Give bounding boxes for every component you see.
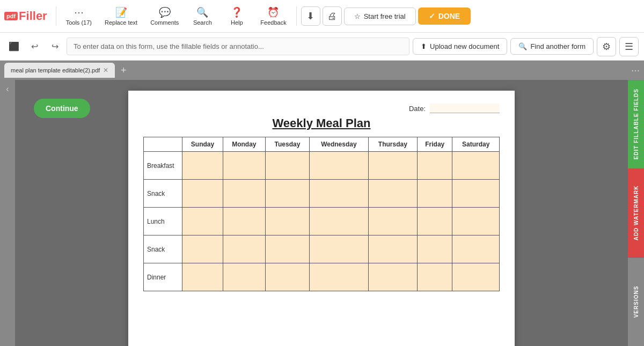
comments-icon: 💬 bbox=[159, 6, 171, 18]
more-tabs-button[interactable]: ⋯ bbox=[631, 65, 640, 76]
checkmark-icon: ✓ bbox=[429, 12, 435, 20]
replace-text-label: Replace text bbox=[105, 19, 137, 26]
add-tab-button[interactable]: + bbox=[117, 64, 130, 77]
cell-lunch-mon[interactable] bbox=[223, 208, 265, 235]
download-icon: ⬇ bbox=[306, 10, 314, 22]
cell-snack2-mon[interactable] bbox=[223, 235, 265, 263]
document-area: Continue Date: Weekly Meal Plan Sunday M… bbox=[15, 80, 628, 346]
cell-snack2-tue[interactable] bbox=[265, 235, 309, 263]
replace-text-icon: 📝 bbox=[115, 6, 127, 18]
star-icon: ☆ bbox=[354, 12, 361, 20]
tab-close-icon[interactable]: ✕ bbox=[103, 67, 108, 74]
cell-lunch-wed[interactable] bbox=[310, 208, 368, 235]
date-input[interactable] bbox=[430, 104, 500, 113]
cell-snack1-tue[interactable] bbox=[265, 180, 309, 208]
cell-lunch-thu[interactable] bbox=[368, 208, 417, 235]
tab-label: meal plan template editable(2).pdf bbox=[11, 67, 100, 73]
cell-snack2-wed[interactable] bbox=[310, 235, 368, 263]
find-icon: 🔍 bbox=[518, 42, 527, 50]
cell-lunch-tue[interactable] bbox=[265, 208, 309, 235]
download-button[interactable]: ⬇ bbox=[301, 6, 320, 26]
table-row: Breakfast bbox=[144, 152, 500, 180]
logo-text: Filler bbox=[19, 9, 47, 23]
cell-snack1-fri[interactable] bbox=[418, 180, 452, 208]
col-friday: Friday bbox=[418, 137, 452, 152]
breakfast-label: Breakfast bbox=[144, 152, 182, 180]
sidebar-toggle-button[interactable]: ⬛ bbox=[5, 38, 23, 55]
cell-breakfast-sun[interactable] bbox=[182, 152, 223, 180]
search-label: Search bbox=[193, 19, 212, 26]
add-watermark-tab[interactable]: ADD WATERMARK bbox=[628, 168, 644, 257]
list-icon: ☰ bbox=[625, 41, 633, 53]
undo-icon: ↩ bbox=[31, 41, 38, 51]
cell-dinner-fri[interactable] bbox=[418, 263, 452, 291]
col-monday: Monday bbox=[223, 137, 265, 152]
undo-button[interactable]: ↩ bbox=[26, 38, 43, 55]
replace-text-button[interactable]: 📝 Replace text bbox=[99, 4, 143, 28]
help-button[interactable]: ❓ Help bbox=[221, 4, 253, 28]
cell-breakfast-wed[interactable] bbox=[310, 152, 368, 180]
document-tab[interactable]: meal plan template editable(2).pdf ✕ bbox=[4, 63, 115, 78]
cell-dinner-thu[interactable] bbox=[368, 263, 417, 291]
versions-tab[interactable]: VERSIONS bbox=[628, 257, 644, 346]
cell-dinner-sun[interactable] bbox=[182, 263, 223, 291]
cell-lunch-fri[interactable] bbox=[418, 208, 452, 235]
settings-button[interactable]: ⚙ bbox=[597, 37, 616, 56]
col-tuesday: Tuesday bbox=[265, 137, 309, 152]
start-trial-button[interactable]: ☆ Start free trial bbox=[344, 8, 416, 25]
cell-snack1-sun[interactable] bbox=[182, 180, 223, 208]
tools-label: Tools (17) bbox=[66, 19, 92, 26]
meal-table: Sunday Monday Tuesday Wednesday Thursday… bbox=[143, 137, 500, 291]
cell-lunch-sun[interactable] bbox=[182, 208, 223, 235]
left-strip: ‹ bbox=[0, 80, 15, 346]
cell-lunch-sat[interactable] bbox=[452, 208, 500, 235]
print-icon: 🖨 bbox=[327, 11, 337, 22]
main-area: ‹ Continue Date: Weekly Meal Plan Sunday… bbox=[0, 80, 644, 346]
table-header-row: Sunday Monday Tuesday Wednesday Thursday… bbox=[144, 137, 500, 152]
done-button[interactable]: ✓ DONE bbox=[418, 8, 471, 25]
find-form-button[interactable]: 🔍 Find another form bbox=[510, 38, 594, 55]
second-toolbar: ⬛ ↩ ↪ To enter data on this form, use th… bbox=[0, 33, 644, 61]
cell-dinner-wed[interactable] bbox=[310, 263, 368, 291]
date-row: Date: bbox=[143, 104, 500, 113]
comments-button[interactable]: 💬 Comments bbox=[145, 4, 184, 28]
search-button[interactable]: 🔍 Search bbox=[186, 4, 218, 28]
help-icon: ❓ bbox=[231, 6, 243, 18]
cell-snack2-sun[interactable] bbox=[182, 235, 223, 263]
view-options-button[interactable]: ☰ bbox=[619, 37, 639, 56]
cell-dinner-mon[interactable] bbox=[223, 263, 265, 291]
snack2-label: Snack bbox=[144, 235, 182, 263]
cell-snack1-wed[interactable] bbox=[310, 180, 368, 208]
cell-snack1-thu[interactable] bbox=[368, 180, 417, 208]
redo-icon: ↪ bbox=[52, 41, 58, 51]
col-sunday: Sunday bbox=[182, 137, 223, 152]
cell-breakfast-tue[interactable] bbox=[265, 152, 309, 180]
feedback-icon: ⏰ bbox=[267, 6, 279, 18]
tools-button[interactable]: ⋯ Tools (17) bbox=[61, 4, 97, 28]
cell-snack2-thu[interactable] bbox=[368, 235, 417, 263]
redo-button[interactable]: ↪ bbox=[46, 38, 63, 55]
edit-fillable-fields-tab[interactable]: EDIT FILLABLE FIELDS bbox=[628, 80, 644, 168]
cell-snack1-mon[interactable] bbox=[223, 180, 265, 208]
tools-icon: ⋯ bbox=[74, 6, 84, 18]
cell-breakfast-fri[interactable] bbox=[418, 152, 452, 180]
table-row: Dinner bbox=[144, 263, 500, 291]
feedback-label: Feedback bbox=[260, 19, 286, 26]
cell-snack2-fri[interactable] bbox=[418, 235, 452, 263]
dinner-label: Dinner bbox=[144, 263, 182, 291]
cell-breakfast-sat[interactable] bbox=[452, 152, 500, 180]
cell-snack1-sat[interactable] bbox=[452, 180, 500, 208]
upload-label: Upload new document bbox=[430, 42, 499, 50]
cell-snack2-sat[interactable] bbox=[452, 235, 500, 263]
col-wednesday: Wednesday bbox=[310, 137, 368, 152]
arrow-icon[interactable]: ‹ bbox=[6, 84, 9, 94]
print-button[interactable]: 🖨 bbox=[323, 6, 342, 26]
start-trial-label: Start free trial bbox=[364, 12, 406, 20]
cell-breakfast-mon[interactable] bbox=[223, 152, 265, 180]
cell-breakfast-thu[interactable] bbox=[368, 152, 417, 180]
cell-dinner-sat[interactable] bbox=[452, 263, 500, 291]
cell-dinner-tue[interactable] bbox=[265, 263, 309, 291]
upload-document-button[interactable]: ⬆ Upload new document bbox=[413, 38, 507, 55]
feedback-button[interactable]: ⏰ Feedback bbox=[255, 4, 291, 28]
continue-button[interactable]: Continue bbox=[34, 99, 90, 118]
